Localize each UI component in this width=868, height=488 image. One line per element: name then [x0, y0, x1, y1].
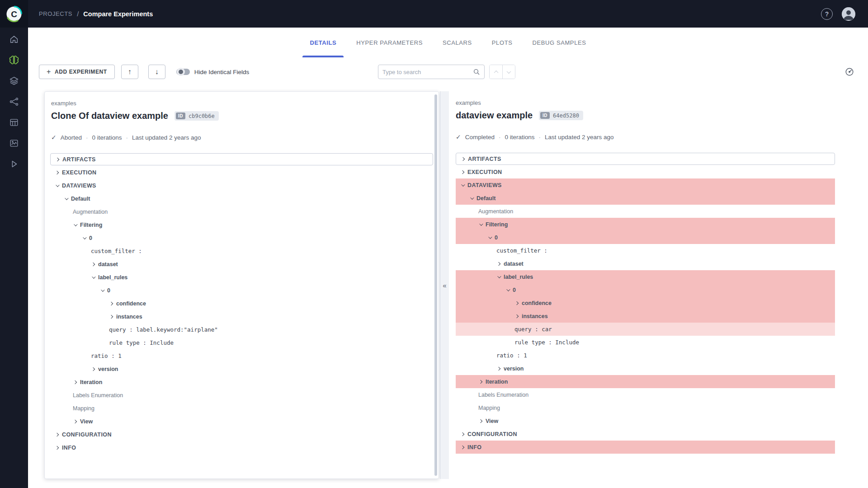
project-name[interactable]: examples — [456, 99, 835, 106]
add-experiment-button[interactable]: + ADD EXPERIMENT — [39, 65, 115, 79]
chevron-down-icon[interactable] — [460, 183, 467, 188]
projects-icon[interactable] — [9, 55, 19, 66]
datasets-icon[interactable] — [9, 75, 19, 86]
search-input[interactable] — [382, 69, 473, 75]
id-tag: ID — [540, 112, 550, 119]
tree-row-default[interactable]: Default — [50, 192, 433, 205]
chevron-right-icon[interactable] — [55, 170, 62, 175]
chevron-right-icon[interactable] — [109, 314, 116, 319]
tree-row-artifacts[interactable]: ARTIFACTS — [50, 153, 433, 165]
tree-row-label-rules[interactable]: label_rules — [50, 271, 433, 284]
chevron-right-icon[interactable] — [55, 432, 62, 437]
chevron-right-icon[interactable] — [496, 261, 504, 267]
tree-row-0[interactable]: 0 — [456, 231, 835, 244]
chevron-right-icon[interactable] — [514, 314, 522, 319]
chevron-right-icon[interactable] — [496, 366, 504, 371]
search-prev-button[interactable] — [490, 65, 502, 79]
tab-scalars[interactable]: SCALARS — [433, 28, 482, 57]
chevron-down-icon[interactable] — [64, 196, 71, 202]
gauge-icon[interactable] — [844, 67, 854, 77]
chevron-down-icon[interactable] — [478, 222, 486, 227]
tree-row-filtering[interactable]: Filtering — [50, 218, 433, 231]
chevron-right-icon[interactable] — [55, 445, 62, 450]
chevron-down-icon[interactable] — [496, 274, 504, 280]
home-icon[interactable] — [9, 34, 19, 45]
chevron-right-icon[interactable] — [460, 169, 467, 175]
tree-row-label-rules[interactable]: label_rules — [456, 270, 835, 283]
chevron-down-icon[interactable] — [469, 196, 476, 201]
scrollbar-thumb[interactable] — [434, 94, 437, 476]
tree-label: custom_filter : — [496, 247, 547, 254]
move-down-button[interactable]: ↓ — [148, 65, 165, 79]
workers-icon[interactable] — [9, 159, 19, 169]
tree-row-dataviews[interactable]: DATAVIEWS — [456, 178, 835, 192]
help-icon[interactable]: ? — [821, 8, 833, 20]
chevron-down-icon[interactable] — [82, 235, 89, 241]
chevron-right-icon[interactable] — [73, 419, 80, 424]
tree-row-info[interactable]: INFO — [456, 441, 835, 454]
tree-row-0[interactable]: 0 — [50, 231, 433, 244]
tab-hyper-parameters[interactable]: HYPER PARAMETERS — [346, 28, 433, 57]
avatar[interactable] — [842, 7, 855, 21]
chevron-right-icon[interactable] — [478, 379, 486, 385]
tree-row-filtering[interactable]: Filtering — [456, 218, 835, 231]
tree-row-default[interactable]: Default — [456, 192, 835, 205]
tree-row-dataset[interactable]: dataset — [50, 258, 433, 271]
tree-row-version[interactable]: version — [50, 362, 433, 375]
app-logo[interactable]: C — [0, 0, 28, 28]
chevron-down-icon[interactable] — [487, 235, 495, 240]
search-next-button[interactable] — [502, 65, 515, 79]
chevron-right-icon[interactable] — [55, 157, 62, 162]
pipelines-icon[interactable] — [9, 96, 19, 107]
reports-icon[interactable] — [9, 138, 19, 149]
tree-row-execution[interactable]: EXECUTION — [456, 165, 835, 178]
tree-row-dataset[interactable]: dataset — [456, 257, 835, 270]
chevron-right-icon[interactable] — [460, 432, 467, 437]
queues-icon[interactable] — [9, 117, 19, 128]
tree-row-version[interactable]: version — [456, 362, 835, 375]
tree-row-view[interactable]: View — [50, 415, 433, 428]
tab-debug-samples[interactable]: DEBUG SAMPLES — [522, 28, 596, 57]
hide-identical-toggle[interactable] — [176, 69, 190, 75]
check-icon: ✓ — [456, 133, 461, 141]
chevron-right-icon[interactable] — [73, 380, 80, 385]
chevron-down-icon[interactable] — [91, 275, 98, 280]
chevron-right-icon[interactable] — [460, 445, 467, 450]
collapse-panel-button[interactable]: « — [441, 280, 449, 290]
tree-row-dataviews[interactable]: DATAVIEWS — [50, 179, 433, 192]
search-icon[interactable] — [473, 68, 480, 75]
tab-plots[interactable]: PLOTS — [482, 28, 523, 57]
id-value: cb9c0b6e — [189, 113, 215, 119]
tree-row-iteration[interactable]: Iteration — [456, 375, 835, 388]
tree-row-view[interactable]: View — [456, 414, 835, 427]
chevron-down-icon[interactable] — [73, 222, 80, 228]
tab-details[interactable]: DETAILS — [300, 28, 346, 57]
chevron-right-icon[interactable] — [478, 418, 486, 424]
tree-row-confidence[interactable]: confidence — [50, 297, 433, 310]
toolbar-right — [515, 67, 854, 77]
tree-row-confidence[interactable]: confidence — [456, 296, 835, 310]
chevron-right-icon[interactable] — [461, 156, 468, 162]
chevron-down-icon[interactable] — [505, 287, 513, 293]
chevron-right-icon[interactable] — [91, 262, 98, 267]
move-up-button[interactable]: ↑ — [121, 65, 138, 79]
tree-row-configuration[interactable]: CONFIGURATION — [456, 427, 835, 441]
breadcrumb-projects-link[interactable]: PROJECTS — [39, 10, 72, 17]
chevron-right-icon[interactable] — [91, 366, 98, 372]
tree-row-configuration[interactable]: CONFIGURATION — [50, 428, 433, 441]
chevron-down-icon[interactable] — [100, 288, 107, 293]
tree-row-instances[interactable]: instances — [456, 310, 835, 323]
tree-row-instances[interactable]: instances — [50, 310, 433, 323]
tree-row-0[interactable]: 0 — [50, 284, 433, 297]
tree-row-0[interactable]: 0 — [456, 283, 835, 296]
chevron-right-icon[interactable] — [109, 301, 116, 306]
chevron-down-icon[interactable] — [55, 183, 62, 188]
tree-row-iteration[interactable]: Iteration — [50, 375, 433, 389]
tree-row-info[interactable]: INFO — [50, 441, 433, 454]
hide-identical-label: Hide Identical Fields — [194, 69, 250, 75]
chevron-right-icon[interactable] — [514, 300, 522, 306]
tree-label: 0 — [107, 287, 110, 294]
tree-row-execution[interactable]: EXECUTION — [50, 166, 433, 179]
tree-row-artifacts[interactable]: ARTIFACTS — [456, 153, 835, 165]
project-name[interactable]: examples — [51, 100, 432, 107]
